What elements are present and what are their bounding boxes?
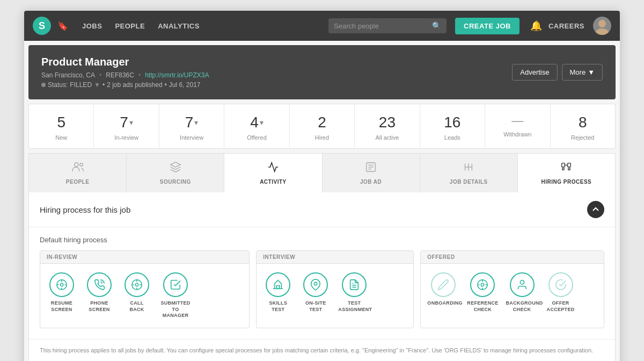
- nav-analytics[interactable]: ANALYTICS: [152, 19, 205, 33]
- svg-rect-19: [277, 286, 280, 289]
- process-item-phone-screen[interactable]: PHONESCREEN: [82, 268, 116, 323]
- svg-rect-14: [568, 163, 571, 167]
- tab-job-ad-label: JOB AD: [360, 179, 382, 185]
- svg-point-17: [60, 283, 63, 286]
- job-url[interactable]: http://smrtr.io/UPZX3A: [145, 71, 209, 79]
- test-assignment-icon: [342, 272, 367, 297]
- stage-in-review-header: IN-REVIEW: [40, 251, 249, 264]
- stat-number-withdrawn: —: [491, 114, 544, 128]
- stat-interview[interactable]: 7▾ Interview: [159, 104, 224, 148]
- stat-offered[interactable]: 4▾ Offered: [224, 104, 289, 148]
- stat-leads[interactable]: 16 Leads: [420, 104, 485, 148]
- stat-number-rejected: 8: [556, 114, 610, 131]
- process-item-call-back[interactable]: CALLBACK: [120, 268, 154, 323]
- process-item-onboarding[interactable]: ONBOARDING: [425, 268, 462, 317]
- svg-point-2: [74, 163, 78, 167]
- more-button[interactable]: More ▼: [562, 64, 603, 81]
- tab-activity-label: ACTIVITY: [260, 179, 287, 185]
- status-dot: [41, 83, 46, 87]
- job-header: Product Manager San Francisco, CA • REF8…: [28, 45, 616, 99]
- svg-rect-12: [562, 163, 565, 167]
- stat-withdrawn[interactable]: — Withdrawn: [485, 104, 550, 148]
- collapse-button[interactable]: [587, 201, 604, 218]
- process-item-offer-accepted[interactable]: OFFERACCEPTED: [544, 268, 578, 317]
- svg-point-1: [596, 28, 609, 35]
- stat-number-leads: 16: [426, 114, 479, 131]
- create-job-button[interactable]: CREATE JOB: [455, 18, 519, 34]
- stat-hired[interactable]: 2 Hired: [290, 104, 355, 148]
- process-item-test-assignment[interactable]: TESTASSIGNMENT: [336, 268, 372, 317]
- job-details-icon: [463, 161, 474, 176]
- stat-number-all-active: 23: [360, 114, 414, 131]
- nav-jobs[interactable]: JOBS: [77, 19, 107, 33]
- tab-job-ad[interactable]: JOB AD: [323, 154, 420, 192]
- avatar[interactable]: [593, 17, 611, 35]
- job-info: Product Manager San Francisco, CA • REF8…: [41, 56, 209, 89]
- nav-people[interactable]: PEOPLE: [109, 19, 150, 33]
- chevron-icon: ▾: [129, 118, 133, 127]
- stat-rejected[interactable]: 8 Rejected: [551, 104, 615, 148]
- background-check-icon: [510, 272, 535, 297]
- svg-point-0: [598, 20, 606, 27]
- stat-label-rejected: Rejected: [556, 134, 610, 141]
- stat-in-review[interactable]: 7▾ In-review: [94, 104, 159, 148]
- default-process-label: Default hiring process: [40, 236, 604, 244]
- resume-screen-icon: [49, 272, 74, 297]
- process-item-on-site-test[interactable]: ON-SITETEST: [298, 268, 333, 317]
- stat-all-active[interactable]: 23 All active: [355, 104, 420, 148]
- nav-links: JOBS PEOPLE ANALYTICS: [77, 19, 205, 33]
- svg-point-24: [520, 280, 524, 284]
- hiring-section-title: Hiring process for this job: [40, 205, 130, 214]
- svg-point-13: [562, 168, 565, 170]
- process-item-submitted-to-manager[interactable]: SUBMITTEDTO MANAGER: [157, 268, 194, 323]
- stage-offered: OFFERED ONBOARDING: [420, 250, 604, 328]
- svg-point-23: [481, 283, 485, 286]
- content-area: Hiring process for this job Default hiri…: [28, 192, 616, 361]
- offer-accepted-icon: [548, 272, 573, 297]
- svg-point-15: [568, 168, 570, 170]
- tab-people[interactable]: PEOPLE: [29, 154, 127, 192]
- stage-in-review-items: RESUMESCREEN PHONESCREEN: [40, 264, 249, 328]
- chevron-icon: ▾: [260, 118, 264, 127]
- tab-job-details[interactable]: JOB DETAILS: [420, 154, 518, 192]
- stat-new[interactable]: 5 New: [29, 104, 94, 148]
- tab-activity[interactable]: ACTIVITY: [224, 154, 322, 192]
- people-icon: [72, 161, 84, 176]
- process-item-reference-check[interactable]: REFERENCECHECK: [465, 268, 500, 317]
- reference-check-icon: [470, 272, 495, 297]
- stage-interview-header: INTERVIEW: [257, 251, 413, 264]
- test-assignment-label: TESTASSIGNMENT: [338, 300, 370, 313]
- process-item-resume-screen[interactable]: RESUMESCREEN: [45, 268, 79, 323]
- bell-icon[interactable]: 🔔: [530, 20, 542, 32]
- tabs-row: PEOPLE SOURCING ACTIVITY: [28, 153, 616, 192]
- search-input[interactable]: [334, 22, 428, 30]
- stat-label-interview: Interview: [165, 134, 218, 141]
- tab-hiring-process[interactable]: HIRING PROCESS: [518, 154, 615, 192]
- hiring-header: Hiring process for this job: [29, 192, 615, 227]
- process-item-background-check[interactable]: BACKGROUNDCHECK: [504, 268, 540, 317]
- onboarding-icon: [431, 272, 456, 297]
- onboarding-label: ONBOARDING: [427, 300, 459, 307]
- stat-number-hired: 2: [295, 114, 349, 131]
- advertise-button[interactable]: Advertise: [512, 64, 557, 81]
- job-location: San Francisco, CA: [41, 71, 95, 79]
- status-value[interactable]: FILLED: [70, 81, 92, 89]
- job-ad-icon: [365, 161, 377, 176]
- process-item-skills-test[interactable]: SKILLSTEST: [261, 268, 295, 317]
- stage-interview: INTERVIEW SKILLSTEST: [256, 250, 414, 328]
- reference-check-label: REFERENCECHECK: [467, 300, 498, 313]
- tab-sourcing[interactable]: SOURCING: [127, 154, 224, 192]
- svg-point-20: [314, 282, 318, 285]
- skills-test-icon: [266, 272, 290, 297]
- stat-number-new: 5: [34, 114, 88, 131]
- bookmark-icon[interactable]: 🔖: [57, 21, 68, 31]
- tab-sourcing-label: SOURCING: [160, 179, 191, 185]
- chevron-down-icon: ▼: [588, 68, 595, 76]
- job-date: Jul 6, 2017: [169, 81, 201, 89]
- search-box: 🔍: [328, 18, 447, 33]
- stage-offered-header: OFFERED: [421, 251, 604, 264]
- ads-published: 2 job ads published: [107, 81, 162, 89]
- resume-screen-label: RESUMESCREEN: [51, 300, 72, 313]
- stat-label-hired: Hired: [295, 134, 349, 141]
- on-site-test-icon: [303, 272, 328, 297]
